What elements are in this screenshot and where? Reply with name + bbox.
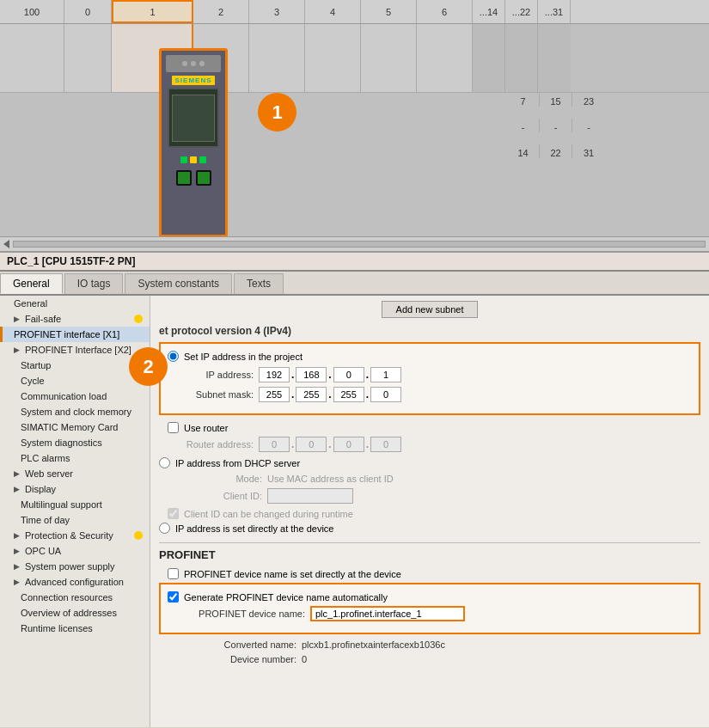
plc-port2[interactable]: [196, 170, 211, 186]
sidebar-label-failsafe: Fail-safe: [25, 314, 61, 324]
sidebar-item-profinet-x2[interactable]: ▶ PROFINET Interface [X2]: [0, 342, 150, 358]
ip-octet-2[interactable]: [296, 367, 327, 382]
sidebar-item-failsafe[interactable]: ▶ Fail-safe: [0, 311, 150, 327]
scroll-track[interactable]: [13, 241, 706, 248]
sidebar: General ▶ Fail-safe PROFINET interface […: [0, 296, 150, 727]
plc-module[interactable]: SIEMENS: [159, 48, 228, 236]
subnet-octet-1[interactable]: [259, 387, 290, 402]
sidebar-label-sys-power: System power supply: [25, 561, 115, 572]
right-content: Add new subnet et protocol version 4 (IP…: [150, 296, 709, 727]
sidebar-item-runtime-licenses[interactable]: Runtime licenses: [0, 621, 150, 636]
device-number-value: 0: [302, 654, 307, 664]
add-subnet-button[interactable]: Add new subnet: [382, 301, 479, 318]
horizontal-scrollbar[interactable]: [0, 236, 709, 252]
subnet-dot-2: .: [328, 388, 331, 401]
subnet-octet-2[interactable]: [296, 387, 327, 402]
tabs-bar: General IO tags System constants Texts: [0, 272, 709, 296]
sidebar-item-profinet-x1[interactable]: PROFINET interface [X1]: [0, 327, 150, 342]
step-1-marker: 1: [258, 93, 296, 132]
sidebar-item-adv-config[interactable]: ▶ Advanced configuration: [0, 574, 150, 590]
plc-top-bar: [166, 55, 221, 72]
profinet-check1[interactable]: [168, 568, 179, 579]
device-number-label: Device number:: [159, 654, 296, 664]
router-address-inputs: . . .: [259, 437, 401, 452]
client-id-change-row: Client ID can be changed during runtime: [159, 508, 700, 519]
router-octet-2: [296, 437, 327, 452]
sidebar-item-overview-addr[interactable]: Overview of addresses: [0, 605, 150, 621]
sidebar-item-memory-card[interactable]: SIMATIC Memory Card: [0, 419, 150, 435]
router-address-label: Router address:: [168, 439, 254, 450]
sidebar-label-profinet-x1: PROFINET interface [X1]: [14, 329, 119, 340]
device-name-row: PROFINET device name:: [168, 606, 692, 621]
sidebar-label-opc-ua: OPC UA: [25, 546, 61, 556]
grid-header: 100 0 1 2 3 4 5 6 ...14 ...22 ...31: [0, 0, 709, 24]
subnet-octet-4[interactable]: [370, 387, 401, 402]
tab-texts[interactable]: Texts: [234, 273, 284, 294]
plc-port1[interactable]: [176, 170, 192, 186]
sidebar-item-time-of-day[interactable]: Time of day: [0, 512, 150, 528]
sidebar-item-web-server[interactable]: ▶ Web server: [0, 466, 150, 481]
ipv4-section-title: et protocol version 4 (IPv4): [159, 325, 700, 337]
use-router-checkbox[interactable]: [168, 422, 179, 433]
led-green2: [199, 156, 206, 163]
ip-dot-2: .: [328, 369, 331, 381]
tab-general[interactable]: General: [0, 273, 63, 294]
sidebar-item-multilingual[interactable]: Multilingual support: [0, 497, 150, 512]
plc-dot: [191, 61, 196, 66]
sidebar-item-cycle[interactable]: Cycle: [0, 373, 150, 388]
profinet-check2-row: Generate PROFINET device name automatica…: [168, 591, 692, 603]
sidebar-item-display[interactable]: ▶ Display: [0, 481, 150, 497]
client-id-row: Client ID:: [159, 488, 700, 504]
sidebar-item-general[interactable]: General: [0, 296, 150, 311]
converted-name-label: Converted name:: [159, 639, 296, 650]
arrow-icon-adv: ▶: [14, 578, 20, 586]
profinet-check2-label: Generate PROFINET device name automatica…: [184, 592, 388, 603]
radio-dhcp[interactable]: [159, 457, 170, 468]
sidebar-item-conn-resources[interactable]: Connection resources: [0, 590, 150, 605]
router-octet-1: [259, 437, 290, 452]
subnet-mask-inputs[interactable]: . . .: [259, 387, 401, 402]
directly-row: IP address is set directly at the device: [159, 523, 700, 534]
sidebar-item-sys-clock[interactable]: System and clock memory: [0, 404, 150, 419]
scroll-left-icon[interactable]: [3, 240, 9, 248]
arrow-icon-web: ▶: [14, 469, 20, 478]
radio-set-ip[interactable]: [168, 351, 179, 362]
sidebar-item-plc-alarms[interactable]: PLC alarms: [0, 450, 150, 466]
plc-indicators: [180, 156, 206, 163]
subnet-mask-row: Subnet mask: . . .: [168, 387, 692, 402]
col-3: 3: [249, 0, 305, 23]
col-31: ...31: [538, 0, 571, 23]
ip-octet-1[interactable]: [259, 367, 290, 382]
router-dot-1: .: [291, 438, 294, 450]
sidebar-item-opc-ua[interactable]: ▶ OPC UA: [0, 543, 150, 559]
tab-io-tags[interactable]: IO tags: [64, 273, 124, 294]
ip-octet-3[interactable]: [333, 367, 364, 382]
sidebar-item-comm-load[interactable]: Communication load: [0, 388, 150, 404]
converted-name-value: plcxb1.profinetxainterfacexb1036c: [302, 639, 445, 650]
protection-dot: [134, 531, 143, 540]
device-name-input[interactable]: [310, 606, 465, 621]
tab-system-constants[interactable]: System constants: [125, 273, 232, 294]
ip-address-inputs[interactable]: . . .: [259, 367, 401, 382]
mode-row: Mode: Use MAC address as client ID: [159, 474, 700, 484]
mode-label: Mode:: [176, 474, 262, 484]
subnet-dot-1: .: [291, 388, 294, 401]
profinet-check2[interactable]: [168, 591, 179, 603]
radio-directly[interactable]: [159, 523, 170, 534]
col-1: 1: [112, 0, 193, 23]
col-0: 0: [64, 0, 112, 23]
sidebar-label-display: Display: [25, 484, 56, 494]
ip-octet-4[interactable]: [370, 367, 401, 382]
sidebar-item-startup[interactable]: Startup: [0, 358, 150, 373]
subnet-octet-3[interactable]: [333, 387, 364, 402]
sidebar-item-sys-power[interactable]: ▶ System power supply: [0, 559, 150, 574]
plc-ports: [176, 170, 211, 186]
ip-dot-1: .: [291, 369, 294, 381]
sidebar-label-sys-clock: System and clock memory: [21, 407, 131, 417]
separator-row: - - -: [507, 119, 605, 132]
sidebar-item-protection[interactable]: ▶ Protection & Security: [0, 528, 150, 543]
sidebar-item-sys-diag[interactable]: System diagnostics: [0, 435, 150, 450]
sidebar-label-sys-diag: System diagnostics: [21, 437, 102, 448]
plc-screen: [168, 88, 219, 148]
hardware-section: 100 0 1 2 3 4 5 6 ...14 ...22 ...31 Rail…: [0, 0, 709, 236]
